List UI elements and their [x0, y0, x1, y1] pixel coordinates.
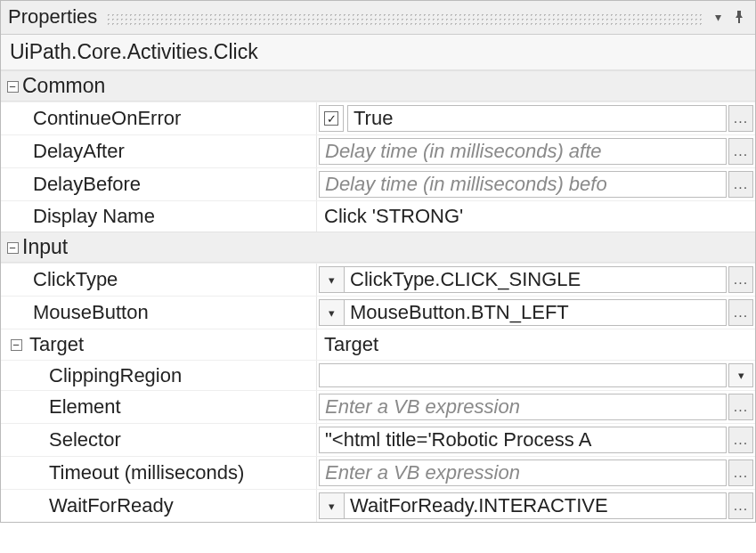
- collapse-icon[interactable]: −: [7, 242, 19, 254]
- row-click-type: ClickType ▾ ClickType.CLICK_SINGLE ...: [1, 263, 755, 296]
- ellipsis-button[interactable]: ...: [728, 105, 753, 132]
- dropdown-button[interactable]: ▾: [319, 266, 344, 293]
- row-continue-on-error: ContinueOnError ✓ True ...: [1, 102, 755, 134]
- pin-icon[interactable]: [734, 11, 748, 23]
- input-selector[interactable]: "<html title='Robotic Process A: [319, 427, 727, 453]
- row-selector: Selector "<html title='Robotic Process A…: [1, 423, 755, 456]
- label-selector: Selector: [1, 424, 316, 456]
- ellipsis-button[interactable]: ...: [728, 299, 753, 326]
- label-target: − Target: [1, 329, 316, 360]
- input-click-type[interactable]: ClickType.CLICK_SINGLE: [344, 266, 727, 293]
- input-timeout[interactable]: Enter a VB expression: [319, 459, 727, 486]
- check-icon: ✓: [324, 111, 338, 126]
- ellipsis-button[interactable]: ...: [728, 266, 753, 293]
- group-common-header[interactable]: − Common: [1, 70, 755, 102]
- input-delay-after[interactable]: Delay time (in milliseconds) afte: [319, 138, 727, 165]
- group-input-header[interactable]: − Input: [1, 232, 755, 263]
- input-clipping-region[interactable]: [319, 363, 727, 387]
- label-timeout: Timeout (milliseconds): [1, 457, 316, 489]
- ellipsis-button[interactable]: ...: [728, 492, 753, 519]
- row-clipping-region: ClippingRegion ▾: [1, 360, 755, 390]
- group-common-label: Common: [22, 74, 105, 98]
- label-clipping-region: ClippingRegion: [1, 361, 316, 390]
- panel-titlebar: Properties ▾: [1, 1, 755, 35]
- row-mouse-button: MouseButton ▾ MouseButton.BTN_LEFT ...: [1, 296, 755, 329]
- row-display-name: Display Name Click 'STRONG': [1, 200, 755, 232]
- ellipsis-button[interactable]: ...: [728, 138, 753, 165]
- ellipsis-button[interactable]: ...: [728, 459, 753, 486]
- ellipsis-button[interactable]: ...: [728, 427, 753, 453]
- label-delay-after: DelayAfter: [1, 135, 316, 167]
- ellipsis-button[interactable]: ...: [728, 171, 753, 198]
- window-dropdown-icon[interactable]: ▾: [711, 10, 725, 24]
- label-display-name: Display Name: [1, 201, 316, 232]
- label-element: Element: [1, 391, 316, 423]
- panel-title: Properties: [8, 5, 97, 28]
- label-mouse-button: MouseButton: [1, 297, 316, 329]
- input-continue-on-error[interactable]: True: [347, 105, 727, 132]
- label-delay-before: DelayBefore: [1, 168, 316, 200]
- input-mouse-button[interactable]: MouseButton.BTN_LEFT: [344, 299, 727, 326]
- input-display-name[interactable]: Click 'STRONG': [319, 204, 753, 229]
- label-continue-on-error: ContinueOnError: [1, 102, 316, 134]
- row-delay-after: DelayAfter Delay time (in milliseconds) …: [1, 134, 755, 167]
- label-wait-for-ready: WaitForReady: [1, 490, 316, 522]
- row-wait-for-ready: WaitForReady ▾ WaitForReady.INTERACTIVE …: [1, 489, 755, 522]
- label-click-type: ClickType: [1, 264, 316, 296]
- collapse-icon[interactable]: −: [7, 81, 19, 93]
- row-timeout: Timeout (milliseconds) Enter a VB expres…: [1, 456, 755, 489]
- collapse-icon[interactable]: −: [11, 339, 22, 351]
- dropdown-button[interactable]: ▾: [319, 299, 344, 326]
- row-element: Element Enter a VB expression ...: [1, 390, 755, 423]
- drag-handle[interactable]: [106, 12, 703, 25]
- row-delay-before: DelayBefore Delay time (in milliseconds)…: [1, 167, 755, 200]
- value-target[interactable]: Target: [319, 332, 753, 357]
- checkbox-continue-on-error[interactable]: ✓: [319, 105, 344, 132]
- input-wait-for-ready[interactable]: WaitForReady.INTERACTIVE: [344, 492, 727, 519]
- input-delay-before[interactable]: Delay time (in milliseconds) befo: [319, 171, 727, 198]
- ellipsis-button[interactable]: ...: [728, 394, 753, 420]
- row-target: − Target Target: [1, 329, 755, 360]
- group-input-label: Input: [22, 235, 68, 259]
- activity-type: UiPath.Core.Activities.Click: [1, 35, 755, 70]
- dropdown-button[interactable]: ▾: [728, 363, 753, 387]
- input-element[interactable]: Enter a VB expression: [319, 394, 727, 420]
- dropdown-button[interactable]: ▾: [319, 492, 344, 519]
- properties-panel: Properties ▾ UiPath.Core.Activities.Clic…: [0, 0, 756, 523]
